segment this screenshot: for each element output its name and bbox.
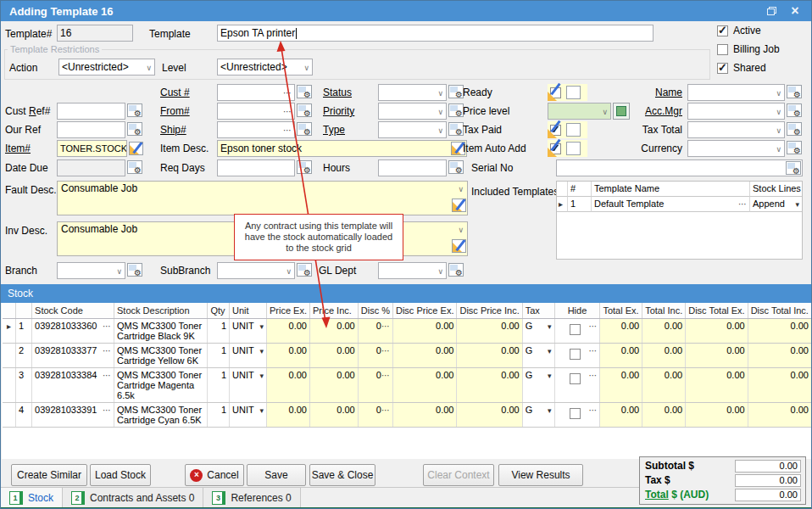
stock-col-header-6[interactable]: Price Ex. bbox=[266, 303, 309, 319]
cell-disc[interactable]: 0 bbox=[358, 344, 392, 368]
item-no-field[interactable]: TONER.STOCK bbox=[57, 140, 127, 157]
cell-disc-price-inc[interactable]: 0.00 bbox=[457, 344, 522, 368]
bottom-tab[interactable]: 3 References 0 bbox=[203, 488, 300, 508]
cell-stock-description[interactable]: QMS MC3300 Toner Cartridge Magenta 6.5k bbox=[114, 368, 208, 403]
ellipsis-lookup-icon[interactable] bbox=[381, 405, 390, 415]
field-settings-icon[interactable] bbox=[297, 103, 312, 117]
cell-unit[interactable]: UNIT bbox=[230, 403, 267, 428]
cell-disc-price-ex[interactable]: 0.00 bbox=[392, 344, 456, 368]
subbranch-select[interactable] bbox=[217, 262, 295, 279]
field-settings-icon[interactable] bbox=[127, 160, 142, 174]
field-settings-icon[interactable] bbox=[786, 161, 801, 175]
our-ref-field[interactable] bbox=[57, 121, 125, 138]
bottom-tab[interactable]: 2 Contracts and Assets 0 bbox=[63, 488, 203, 508]
ellipsis-lookup-icon[interactable] bbox=[283, 87, 292, 98]
stock-col-header-5[interactable]: Unit bbox=[230, 303, 267, 319]
ship-no-label[interactable]: Ship# bbox=[160, 124, 186, 136]
field-settings-icon[interactable] bbox=[787, 122, 802, 136]
field-settings-icon[interactable] bbox=[448, 160, 464, 174]
edit-pencil-icon[interactable] bbox=[129, 142, 143, 155]
status-select[interactable] bbox=[378, 84, 447, 101]
cust-no-label[interactable]: Cust # bbox=[160, 87, 190, 98]
branch-select[interactable] bbox=[57, 262, 125, 279]
title-bar[interactable]: Adding Template 16 bbox=[1, 1, 811, 21]
date-due-field[interactable] bbox=[57, 159, 125, 176]
acc-mgr-select[interactable] bbox=[687, 103, 785, 120]
edit-pencil-icon[interactable] bbox=[566, 142, 581, 155]
field-settings-icon[interactable] bbox=[448, 263, 464, 277]
type-select[interactable] bbox=[378, 121, 447, 138]
shared-checkbox[interactable] bbox=[717, 63, 728, 74]
item-no-label[interactable]: Item# bbox=[5, 143, 31, 154]
edit-pencil-icon[interactable] bbox=[452, 199, 466, 212]
included-template-row[interactable]: 1 Default Template Append bbox=[557, 197, 802, 212]
ellipsis-lookup-icon[interactable] bbox=[103, 370, 111, 380]
field-settings-icon[interactable] bbox=[787, 85, 802, 98]
action-select[interactable]: <Unrestricted> bbox=[58, 59, 155, 76]
cell-stock-description[interactable]: QMS MC3300 Toner Cartridge Black 9K bbox=[114, 319, 208, 344]
field-settings-icon[interactable] bbox=[297, 122, 312, 136]
shared-checkbox-row[interactable]: Shared bbox=[717, 62, 766, 74]
cell-unit[interactable]: UNIT bbox=[230, 319, 267, 344]
priority-select[interactable] bbox=[378, 103, 447, 120]
cell-disc[interactable]: 0 bbox=[358, 319, 392, 344]
cell-disc-price-inc[interactable]: 0.00 bbox=[457, 319, 522, 344]
view-results-button[interactable]: View Results bbox=[498, 464, 583, 486]
ellipsis-lookup-icon[interactable] bbox=[103, 405, 111, 415]
cell-disc[interactable]: 0 bbox=[358, 403, 392, 428]
cell-disc-price-ex[interactable]: 0.00 bbox=[392, 319, 456, 344]
cell-price-ex[interactable]: 0.00 bbox=[266, 344, 309, 368]
cell-tax[interactable]: G bbox=[522, 319, 554, 344]
cell-hide[interactable] bbox=[554, 344, 600, 368]
field-settings-icon[interactable] bbox=[297, 85, 312, 98]
currency-select[interactable] bbox=[687, 140, 785, 157]
dropdown-arrow-icon[interactable] bbox=[259, 321, 264, 331]
dropdown-arrow-icon[interactable] bbox=[259, 405, 264, 415]
ellipsis-lookup-icon[interactable] bbox=[283, 124, 292, 136]
cell-tax[interactable]: G bbox=[522, 344, 554, 368]
cell-unit[interactable]: UNIT bbox=[230, 368, 267, 403]
ellipsis-lookup-icon[interactable] bbox=[381, 370, 390, 380]
serial-no-field[interactable] bbox=[556, 159, 803, 176]
edit-pencil-icon[interactable] bbox=[566, 86, 581, 99]
col-header-stock-lines[interactable]: Stock Lines bbox=[750, 182, 802, 197]
cell-qty[interactable]: 1 bbox=[208, 368, 230, 403]
cell-price-inc[interactable]: 0.00 bbox=[309, 319, 358, 344]
ellipsis-lookup-icon[interactable] bbox=[283, 105, 292, 117]
field-settings-icon[interactable] bbox=[297, 263, 312, 277]
cust-ref-field[interactable] bbox=[57, 103, 125, 120]
cell-qty[interactable]: 1 bbox=[208, 344, 230, 368]
tax-total-select[interactable] bbox=[687, 121, 785, 138]
name-select[interactable] bbox=[687, 84, 785, 101]
cell-price-inc[interactable]: 0.00 bbox=[309, 344, 358, 368]
field-settings-icon[interactable] bbox=[297, 160, 312, 174]
chevron-down-icon[interactable] bbox=[458, 223, 464, 235]
stock-col-header-2[interactable]: Stock Code bbox=[32, 303, 114, 319]
stock-col-header-4[interactable]: Qty bbox=[208, 303, 230, 319]
stock-table-row[interactable]: 2 039281033377 QMS MC3300 Toner Cartridg… bbox=[3, 344, 812, 368]
stock-col-header-7[interactable]: Price Inc. bbox=[309, 303, 358, 319]
stock-col-header-3[interactable]: Stock Description bbox=[114, 303, 208, 319]
save-and-close-button[interactable]: Save & Close bbox=[309, 464, 375, 486]
dropdown-arrow-icon[interactable] bbox=[548, 370, 552, 380]
priority-label[interactable]: Priority bbox=[323, 105, 354, 117]
stock-table-row[interactable]: 4 039281033391 QMS MC3300 Toner Cartridg… bbox=[3, 403, 812, 428]
acc-mgr-label[interactable]: Acc.Mgr bbox=[608, 105, 682, 117]
field-settings-icon[interactable] bbox=[787, 141, 802, 154]
stock-col-header-8[interactable]: Disc % bbox=[358, 303, 392, 319]
ellipsis-lookup-icon[interactable] bbox=[588, 321, 597, 331]
template-no-field[interactable]: 16 bbox=[57, 25, 133, 42]
stock-col-header-12[interactable]: Hide bbox=[554, 303, 600, 319]
from-no-label[interactable]: From# bbox=[160, 105, 190, 117]
dropdown-arrow-icon[interactable] bbox=[259, 345, 264, 355]
cell-price-inc[interactable]: 0.00 bbox=[309, 368, 358, 403]
stock-col-header-13[interactable]: Total Ex. bbox=[600, 303, 642, 319]
cell-disc-price-inc[interactable]: 0.00 bbox=[457, 368, 522, 403]
edit-pencil-icon[interactable] bbox=[566, 123, 581, 137]
ellipsis-lookup-icon[interactable] bbox=[103, 321, 111, 331]
field-settings-icon[interactable] bbox=[448, 85, 464, 98]
active-checkbox[interactable] bbox=[717, 25, 728, 36]
cell-stock-code[interactable]: 039281033384 bbox=[32, 368, 114, 403]
item-desc-field[interactable]: Epson toner stock bbox=[217, 140, 467, 157]
gl-dept-select[interactable] bbox=[378, 262, 447, 279]
